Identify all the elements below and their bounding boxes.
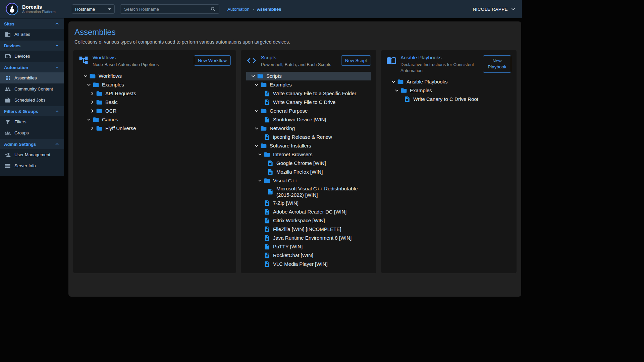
tree-item-examples[interactable]: Examples xyxy=(386,86,511,95)
tree-item-write-canary-to-c-drive-root[interactable]: Write Canary to C Drive Root xyxy=(386,95,511,104)
chevron-down-icon xyxy=(82,73,89,79)
file-icon xyxy=(267,160,274,167)
sidebar-section-admin-settings[interactable]: Admin Settings xyxy=(0,139,64,149)
tree-item-google-chrome-win[interactable]: Google Chrome [WIN] xyxy=(246,159,371,168)
tree-item-mozilla-firefox-win[interactable]: Mozilla Firefox [WIN] xyxy=(246,168,371,176)
tree-item-java-runtime-environment-8-win[interactable]: Java Runtime Environment 8 [WIN] xyxy=(246,234,371,242)
sidebar-section-filters-groups[interactable]: Filters & Groups xyxy=(0,106,64,116)
sidebar-item-devices[interactable]: Devices xyxy=(0,51,64,62)
tree-item-microsoft-visual-c-redistributable-2015-2022-win[interactable]: Microsoft Visual C++ Redistributable (20… xyxy=(246,185,371,199)
tree-toggle-icon[interactable] xyxy=(253,125,260,132)
tree-toggle-icon[interactable] xyxy=(393,87,400,94)
tree-item-scripts[interactable]: Scripts xyxy=(246,72,371,80)
tree-item-examples[interactable]: Examples xyxy=(78,80,231,89)
tree-toggle-icon[interactable] xyxy=(253,81,260,88)
tree-item-software-installers[interactable]: Software Installers xyxy=(246,141,371,150)
brand-text: Borealis Automation Platform xyxy=(22,4,56,14)
chevron-right-icon xyxy=(89,125,96,132)
tree-item-basic[interactable]: Basic xyxy=(78,98,231,107)
tree-item-vlc-media-player-win[interactable]: VLC Media Player [WIN] xyxy=(246,260,371,268)
tree-toggle-icon[interactable] xyxy=(89,99,96,106)
file-icon xyxy=(264,235,270,241)
tree-item-7-zip-win[interactable]: 7-Zip [WIN] xyxy=(246,199,371,207)
file-icon xyxy=(264,252,270,259)
hostname-search[interactable] xyxy=(120,4,219,14)
sidebar-item-filters[interactable]: Filters xyxy=(0,116,64,127)
new-script-button[interactable]: New Script xyxy=(341,55,371,66)
tree-toggle-icon[interactable] xyxy=(89,125,96,132)
tree-item-internet-browsers[interactable]: Internet Browsers xyxy=(246,150,371,159)
filters-icon xyxy=(5,119,11,125)
folder-icon xyxy=(397,78,404,85)
tree-toggle-icon[interactable] xyxy=(85,81,93,88)
breadcrumb-automation[interactable]: Automation xyxy=(227,7,250,12)
section-collapse-toggle xyxy=(54,141,60,147)
sidebar-item-assemblies[interactable]: Assemblies xyxy=(0,72,64,83)
tree-toggle-icon[interactable] xyxy=(256,177,264,184)
tree-toggle-icon[interactable] xyxy=(253,108,260,114)
tree-toggle-icon[interactable] xyxy=(89,108,96,114)
sidebar-section-label: Admin Settings xyxy=(4,142,36,147)
sidebar-item-server-info[interactable]: Server Info xyxy=(0,160,64,171)
file-icon xyxy=(404,96,411,103)
tree-item-general-purpose[interactable]: General Purpose xyxy=(246,107,371,115)
search-input[interactable] xyxy=(123,6,210,12)
file-icon xyxy=(264,134,270,140)
sidebar-item-all-sites[interactable]: All Sites xyxy=(0,29,64,40)
tree-toggle-icon[interactable] xyxy=(390,78,397,85)
tree-item-rocketchat-win[interactable]: RocketChat [WIN] xyxy=(246,251,371,260)
folder-icon xyxy=(400,87,407,94)
tree-toggle-icon[interactable] xyxy=(250,73,257,79)
tree-toggle-icon[interactable] xyxy=(256,151,264,158)
file-icon xyxy=(264,252,270,259)
new-workflow-button[interactable]: New Workflow xyxy=(194,55,231,66)
tree-item-visual-c[interactable]: Visual C++ xyxy=(246,176,371,185)
tree-item-ansible-playbooks[interactable]: Ansible Playbooks xyxy=(386,77,511,86)
tree-item-filezilla-win-incomplete[interactable]: FileZilla [WIN] [INCOMPLETE] xyxy=(246,225,371,234)
sidebar-section-devices[interactable]: Devices xyxy=(0,41,64,51)
tree-toggle-icon[interactable] xyxy=(85,116,93,123)
sidebar-section-label: Devices xyxy=(4,43,20,48)
user-menu[interactable]: NICOLE RAPPE xyxy=(473,6,517,12)
hostname-dropdown[interactable]: Hostname xyxy=(72,4,115,14)
tree-toggle-icon[interactable] xyxy=(253,142,260,149)
top-header: Borealis Automation Platform Hostname Au… xyxy=(0,0,522,18)
brand-subtitle: Automation Platform xyxy=(22,10,56,14)
tree-item-workflows[interactable]: Workflows xyxy=(78,72,231,80)
tree-item-examples[interactable]: Examples xyxy=(246,80,371,89)
tree-item-write-canary-file-to-c-drive[interactable]: Write Canary File to C Drive xyxy=(246,98,371,107)
tree-toggle-icon[interactable] xyxy=(89,90,96,97)
sidebar-section-automation[interactable]: Automation xyxy=(0,62,64,72)
brand[interactable]: Borealis Automation Platform xyxy=(5,2,66,16)
tree-item-write-canary-file-to-a-specific-folder[interactable]: Write Canary File to a Specific Folder xyxy=(246,89,371,98)
tree-item-label: Write Canary to C Drive Root xyxy=(413,96,478,103)
tree-item-putty-win[interactable]: PuTTY [WIN] xyxy=(246,242,371,251)
sidebar-item-community-content[interactable]: Community Content xyxy=(0,83,64,95)
sidebar-item-groups[interactable]: Groups xyxy=(0,127,64,138)
file-icon xyxy=(264,116,270,123)
file-icon xyxy=(264,226,270,233)
tree-item-networking[interactable]: Networking xyxy=(246,124,371,133)
tree-item-citrix-workspace-win[interactable]: Citrix Workspace [WIN] xyxy=(246,216,371,225)
server-info-icon xyxy=(5,163,11,169)
tree-item-adobe-acrobat-reader-dc-win[interactable]: Adobe Acrobat Reader DC [WIN] xyxy=(246,207,371,216)
tree-item-api-requests[interactable]: API Requests xyxy=(78,89,231,98)
sidebar-item-scheduled-jobs[interactable]: Scheduled Jobs xyxy=(0,95,64,106)
chevron-up-icon xyxy=(54,43,60,49)
tree-item-ipconfig-release-renew[interactable]: ipconfig Release & Renew xyxy=(246,133,371,141)
new-playbook-button[interactable]: New Playbook xyxy=(483,55,511,73)
tree-item-flyff-universe[interactable]: Flyff Universe xyxy=(78,124,231,133)
tree-item-label: Workflows xyxy=(99,73,122,79)
tree-toggle-icon[interactable] xyxy=(82,73,89,79)
chevron-down-icon xyxy=(257,151,263,158)
tree-item-games[interactable]: Games xyxy=(78,115,231,124)
breadcrumb-assemblies[interactable]: Assemblies xyxy=(257,7,281,12)
tree-item-shutdown-device-win[interactable]: Shutdown Device [WIN] xyxy=(246,115,371,124)
chevron-down-icon xyxy=(393,87,400,94)
sidebar-section-sites[interactable]: Sites xyxy=(0,19,64,29)
sidebar-item-user-management[interactable]: User Management xyxy=(0,149,64,160)
playbooks-card: Ansible Playbooks Declarative Instructio… xyxy=(381,50,517,273)
file-icon xyxy=(264,116,270,123)
tree-item-ocr[interactable]: OCR xyxy=(78,107,231,115)
file-icon xyxy=(264,99,270,106)
